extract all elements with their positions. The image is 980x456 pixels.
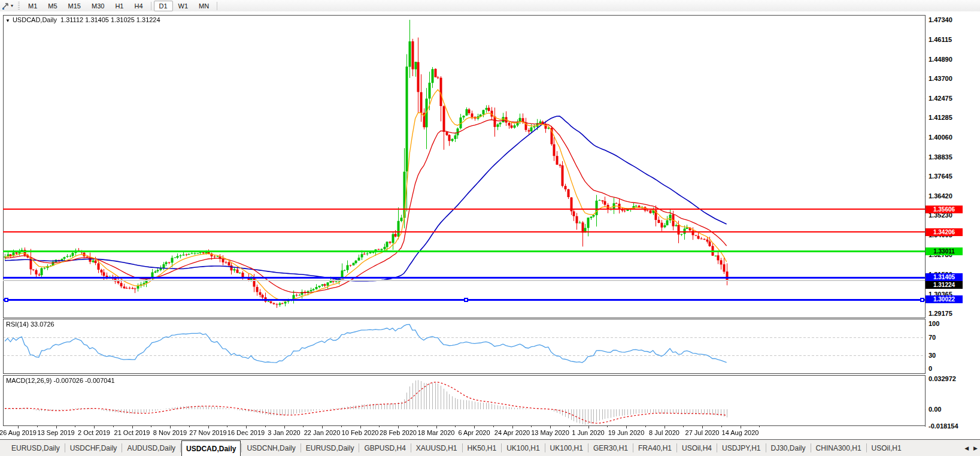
chart-ohlc-values: 1.31112 1.31405 1.31025 1.31224: [60, 16, 160, 23]
timeframe-button-h1[interactable]: H1: [110, 1, 129, 11]
symbol-tab-uk100-h1[interactable]: UK100,H1: [546, 440, 587, 456]
rsi-indicator-label: RSI(14) 33.0726: [6, 321, 54, 328]
price-badge: 1.35606: [926, 206, 963, 213]
timeframe-button-m1[interactable]: M1: [23, 1, 43, 11]
date-label: 10 Feb 2020: [342, 429, 379, 436]
price-badge: 1.30022: [926, 295, 963, 303]
dropdown-caret-icon[interactable]: ▾: [11, 3, 13, 8]
rsi-axis-label: 30: [929, 352, 936, 359]
symbol-tab-hk50-h1[interactable]: HK50,H1: [463, 440, 501, 456]
date-label: 22 Jan 2020: [304, 429, 341, 436]
price-chart-canvas[interactable]: [0, 11, 926, 439]
tab-separator: [866, 443, 867, 452]
date-label: 3 Jan 2020: [268, 429, 300, 436]
symbol-tab-usoil-h4[interactable]: USOil,H4: [678, 440, 716, 456]
timeframe-button-w1[interactable]: W1: [173, 1, 194, 11]
price-axis-label: 1.40060: [929, 134, 952, 141]
price-axis-label: 1.29175: [929, 310, 952, 317]
symbol-tab-bar: EURUSD,DailyUSDCHF,DailyAUDUSD,DailyUSDC…: [0, 439, 980, 456]
tab-separator: [766, 443, 766, 452]
tab-separator: [122, 443, 122, 452]
price-badge: 1.33011: [926, 247, 963, 255]
tab-separator: [545, 443, 545, 452]
symbol-tab-xauusd-h1[interactable]: XAUUSD,H1: [412, 440, 462, 456]
date-label: 16 Dec 2019: [227, 429, 265, 436]
tab-separator: [676, 443, 677, 452]
symbol-tab-usdchf-daily[interactable]: USDCHF,Daily: [66, 440, 122, 456]
price-badge: 1.31224: [926, 281, 963, 289]
symbol-tab-china300-h1[interactable]: CHINA300,H1: [812, 440, 866, 456]
price-axis-label: 1.36420: [929, 192, 952, 200]
symbol-tab-uk100-h1[interactable]: UK100,H1: [502, 440, 544, 456]
price-axis-label: 1.44890: [929, 56, 952, 63]
price-axis-label: 1.38835: [929, 153, 952, 161]
date-label: 27 Jul 2020: [685, 429, 720, 436]
tab-separator: [717, 443, 717, 452]
toolbar: ▾ M1M5M15M30H1H4D1W1MN: [0, 0, 980, 12]
symbol-tab-eurusd-daily[interactable]: EURUSD,Daily: [302, 440, 359, 456]
tab-separator: [65, 443, 65, 452]
toolbar-separator: [217, 2, 217, 10]
tab-separator: [462, 443, 463, 452]
price-badge: 1.31405: [926, 273, 963, 281]
crosshair-cursor-tool-icon[interactable]: [1, 1, 10, 10]
symbol-tab-usdcnh-daily[interactable]: USDCNH,Daily: [242, 440, 299, 456]
price-axis-label: 1.37645: [929, 173, 952, 180]
chart-dropdown-icon[interactable]: ▼: [5, 18, 10, 23]
date-label: 27 Nov 2019: [189, 429, 226, 436]
chart-window: ▼USDCAD,Daily 1.31112 1.31405 1.31025 1.…: [0, 11, 980, 439]
macd-axis-label: 0.00: [929, 406, 941, 413]
tab-separator: [811, 443, 811, 452]
timeframe-button-mn[interactable]: MN: [193, 1, 214, 11]
price-axis-label: 1.43700: [929, 75, 952, 82]
timeframe-button-m5[interactable]: M5: [43, 1, 62, 11]
timeframe-button-h4[interactable]: H4: [129, 1, 148, 11]
macd-axis-label: 0.032972: [929, 375, 956, 382]
symbol-tab-usdcad-daily[interactable]: USDCAD,Daily: [181, 440, 241, 456]
tab-scroll-right-icon[interactable]: ▶: [973, 445, 978, 451]
price-badge: 1.34206: [926, 228, 963, 236]
date-label: 2 Oct 2019: [78, 429, 110, 436]
date-label: 6 Apr 2020: [458, 429, 490, 436]
tab-scroll-left-icon[interactable]: ◀: [964, 445, 969, 451]
tab-separator: [301, 443, 301, 452]
timeframe-button-m15[interactable]: M15: [63, 1, 86, 11]
tab-separator: [501, 443, 502, 452]
date-label: 8 Jul 2020: [649, 429, 679, 436]
date-label: 18 Mar 2020: [418, 429, 455, 436]
rsi-axis-label: 70: [929, 334, 936, 341]
date-label: 8 Nov 2019: [153, 429, 187, 436]
toolbar-grip: [18, 2, 20, 10]
date-label: 14 Aug 2020: [722, 429, 759, 436]
price-axis-label: 1.41285: [929, 114, 952, 121]
symbol-tab-fra40-h1[interactable]: FRA40,H1: [634, 440, 676, 456]
symbol-tab-usdjpy-h1[interactable]: USDJPY,H1: [718, 440, 764, 456]
symbol-tab-audusd-daily[interactable]: AUDUSD,Daily: [123, 440, 180, 456]
price-axis-label: 1.46115: [929, 36, 952, 43]
tab-separator: [588, 443, 588, 452]
rsi-axis-label: 100: [929, 320, 939, 327]
price-axis-label: 1.42475: [929, 95, 952, 102]
rsi-axis-label: 0: [929, 365, 932, 372]
tab-separator: [241, 443, 242, 452]
tab-scroll-controls: ◀ ▶: [964, 440, 978, 456]
macd-indicator-label: MACD(12,26,9) -0.007026 -0.007041: [6, 377, 115, 384]
symbol-tab-eurusd-daily[interactable]: EURUSD,Daily: [7, 440, 64, 456]
timeframe-button-d1[interactable]: D1: [154, 1, 173, 11]
price-axis-label: 1.47340: [929, 16, 952, 23]
tab-separator: [633, 443, 633, 452]
date-label: 13 Sep 2019: [37, 429, 74, 436]
timeframe-button-m30[interactable]: M30: [86, 1, 110, 11]
date-label: 24 Apr 2020: [494, 429, 530, 436]
symbol-tab-usoil-h1[interactable]: USOil,H1: [867, 440, 906, 456]
symbol-tab-gbpusd-h4[interactable]: GBPUSD,H4: [360, 440, 409, 456]
symbol-tab-dj30-daily[interactable]: DJ30,Daily: [767, 440, 810, 456]
tab-separator: [359, 443, 359, 452]
chart-title: ▼USDCAD,Daily 1.31112 1.31405 1.31025 1.…: [5, 16, 160, 23]
tab-separator: [411, 443, 411, 452]
symbol-tab-ger30-h1[interactable]: GER30,H1: [589, 440, 632, 456]
macd-axis-label: -0.018154: [929, 422, 958, 430]
tab-separator: [180, 443, 181, 452]
date-label: 26 Aug 2019: [0, 429, 37, 436]
date-label: 19 Jun 2020: [608, 429, 645, 436]
